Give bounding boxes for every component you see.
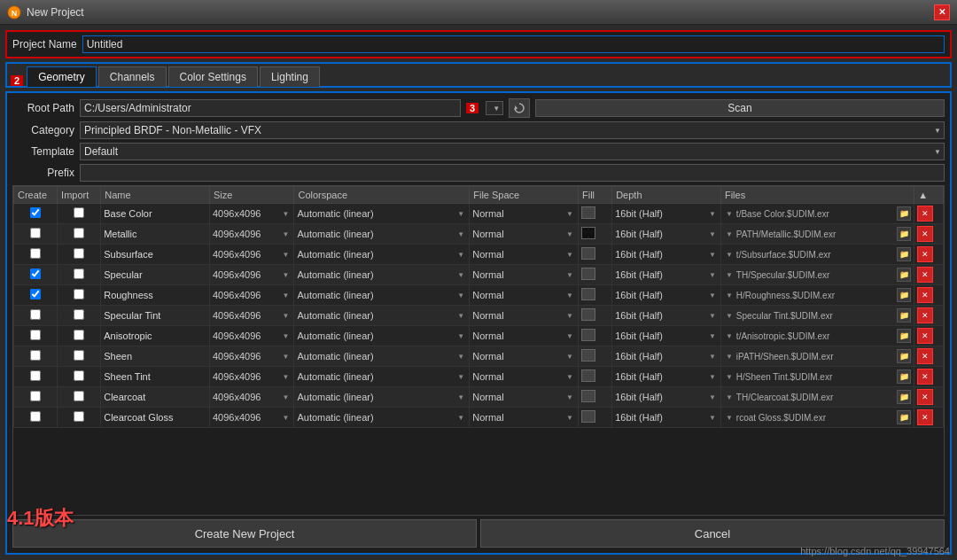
create-checkbox[interactable] (30, 289, 41, 299)
filespace-dropdown-arrow[interactable]: ▼ (564, 414, 575, 422)
import-checkbox[interactable] (74, 248, 84, 259)
files-folder-button[interactable]: 📁 (897, 349, 911, 363)
size-dropdown-arrow[interactable]: ▼ (281, 210, 292, 218)
filespace-dropdown-arrow[interactable]: ▼ (564, 292, 575, 299)
colorspace-dropdown-arrow[interactable]: ▼ (455, 251, 466, 259)
size-dropdown-arrow[interactable]: ▼ (281, 230, 292, 238)
depth-dropdown-arrow[interactable]: ▼ (707, 251, 718, 259)
depth-dropdown-arrow[interactable]: ▼ (707, 271, 718, 279)
files-folder-button[interactable]: 📁 (897, 227, 911, 241)
create-checkbox[interactable] (30, 207, 41, 218)
create-checkbox[interactable] (30, 268, 41, 279)
delete-row-button[interactable]: ✕ (917, 226, 933, 242)
create-checkbox[interactable] (30, 391, 41, 401)
tab-color-settings[interactable]: Color Settings (168, 66, 258, 87)
depth-dropdown-arrow[interactable]: ▼ (707, 210, 718, 218)
colorspace-dropdown-arrow[interactable]: ▼ (455, 332, 466, 340)
scan-button[interactable]: Scan (535, 99, 945, 117)
delete-row-button[interactable]: ✕ (917, 246, 933, 262)
files-folder-button[interactable]: 📁 (897, 247, 911, 261)
import-checkbox[interactable] (74, 228, 84, 238)
files-folder-button[interactable]: 📁 (897, 410, 911, 424)
files-dropdown-arrow[interactable]: ▼ (724, 210, 735, 218)
colorspace-dropdown-arrow[interactable]: ▼ (455, 312, 466, 320)
create-checkbox[interactable] (30, 330, 41, 340)
import-checkbox[interactable] (74, 370, 84, 381)
fill-cell[interactable] (578, 408, 611, 428)
depth-dropdown-arrow[interactable]: ▼ (707, 292, 718, 299)
files-folder-button[interactable]: 📁 (897, 329, 911, 343)
files-folder-button[interactable]: 📁 (897, 268, 911, 282)
files-folder-button[interactable]: 📁 (897, 308, 911, 323)
files-folder-button[interactable]: 📁 (897, 390, 911, 404)
files-dropdown-arrow[interactable]: ▼ (724, 393, 735, 401)
filespace-dropdown-arrow[interactable]: ▼ (564, 210, 575, 218)
filespace-dropdown-arrow[interactable]: ▼ (564, 251, 575, 259)
files-dropdown-arrow[interactable]: ▼ (724, 251, 735, 259)
prefix-input[interactable] (80, 164, 945, 182)
depth-dropdown-arrow[interactable]: ▼ (707, 373, 718, 381)
delete-row-button[interactable]: ✕ (917, 348, 933, 364)
size-dropdown-arrow[interactable]: ▼ (281, 393, 292, 401)
delete-row-button[interactable]: ✕ (917, 307, 933, 323)
size-dropdown-arrow[interactable]: ▼ (281, 332, 292, 340)
colorspace-dropdown-arrow[interactable]: ▼ (455, 210, 466, 218)
files-folder-button[interactable]: 📁 (897, 369, 911, 384)
create-checkbox[interactable] (30, 248, 41, 259)
delete-row-button[interactable]: ✕ (917, 409, 933, 425)
delete-row-button[interactable]: ✕ (917, 328, 933, 344)
files-dropdown-arrow[interactable]: ▼ (724, 332, 735, 340)
delete-row-button[interactable]: ✕ (917, 369, 933, 385)
fill-cell[interactable] (578, 387, 611, 408)
depth-dropdown-arrow[interactable]: ▼ (707, 393, 718, 401)
size-dropdown-arrow[interactable]: ▼ (281, 353, 292, 361)
filespace-dropdown-arrow[interactable]: ▼ (564, 271, 575, 279)
delete-row-button[interactable]: ✕ (917, 267, 933, 283)
colorspace-dropdown-arrow[interactable]: ▼ (455, 230, 466, 238)
tab-geometry[interactable]: Geometry (27, 66, 97, 87)
create-checkbox[interactable] (30, 228, 41, 238)
files-dropdown-arrow[interactable]: ▼ (724, 353, 735, 361)
import-checkbox[interactable] (74, 207, 84, 218)
create-new-project-button[interactable]: Create New Project (12, 519, 477, 548)
create-checkbox[interactable] (30, 309, 41, 320)
depth-dropdown-arrow[interactable]: ▼ (707, 353, 718, 361)
close-button[interactable]: ✕ (934, 4, 950, 20)
filespace-dropdown-arrow[interactable]: ▼ (564, 353, 575, 361)
files-folder-button[interactable]: 📁 (897, 206, 911, 221)
root-path-refresh-button[interactable] (509, 98, 530, 118)
size-dropdown-arrow[interactable]: ▼ (281, 373, 292, 381)
project-name-input[interactable] (82, 35, 945, 53)
fill-cell[interactable] (578, 346, 611, 367)
root-path-dropdown[interactable] (486, 101, 503, 115)
fill-cell[interactable] (578, 306, 611, 326)
import-checkbox[interactable] (74, 411, 84, 422)
size-dropdown-arrow[interactable]: ▼ (281, 312, 292, 320)
tab-channels[interactable]: Channels (98, 66, 167, 87)
import-checkbox[interactable] (74, 268, 84, 279)
fill-cell[interactable] (578, 265, 611, 285)
import-checkbox[interactable] (74, 391, 84, 401)
import-checkbox[interactable] (74, 289, 84, 299)
files-dropdown-arrow[interactable]: ▼ (724, 373, 735, 381)
colorspace-dropdown-arrow[interactable]: ▼ (455, 271, 466, 279)
files-dropdown-arrow[interactable]: ▼ (724, 414, 735, 422)
template-select[interactable]: Default (80, 143, 945, 160)
colorspace-dropdown-arrow[interactable]: ▼ (455, 414, 466, 422)
filespace-dropdown-arrow[interactable]: ▼ (564, 312, 575, 320)
fill-cell[interactable] (578, 204, 611, 224)
files-dropdown-arrow[interactable]: ▼ (724, 312, 735, 320)
files-folder-button[interactable]: 📁 (897, 288, 911, 302)
colorspace-dropdown-arrow[interactable]: ▼ (455, 292, 466, 299)
category-select[interactable]: Principled BRDF - Non-Metallic - VFX (80, 121, 945, 139)
depth-dropdown-arrow[interactable]: ▼ (707, 332, 718, 340)
root-path-input[interactable] (80, 99, 461, 117)
fill-cell[interactable] (578, 224, 611, 245)
create-checkbox[interactable] (30, 411, 41, 422)
delete-row-button[interactable]: ✕ (917, 389, 933, 405)
delete-row-button[interactable]: ✕ (917, 287, 933, 303)
tab-lighting[interactable]: Lighting (260, 66, 320, 87)
fill-cell[interactable] (578, 367, 611, 387)
depth-dropdown-arrow[interactable]: ▼ (707, 230, 718, 238)
fill-cell[interactable] (578, 285, 611, 306)
